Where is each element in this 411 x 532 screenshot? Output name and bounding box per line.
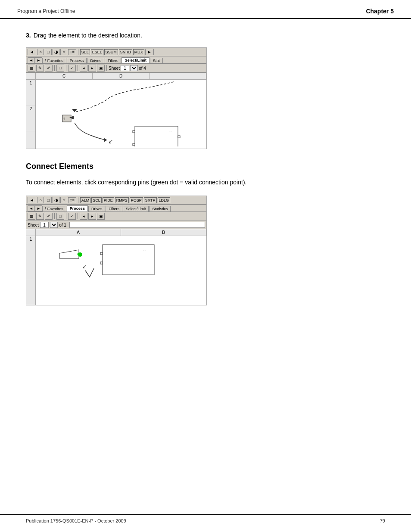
shape-btn-2-1[interactable]: ○ bbox=[37, 197, 44, 203]
svg-text:↙: ↙ bbox=[108, 138, 113, 145]
connect-elements-heading: Connect Elements bbox=[26, 162, 385, 171]
tab-favorites-2[interactable]: \ Favorites bbox=[42, 206, 66, 212]
icon-check[interactable]: ✓ bbox=[68, 65, 76, 72]
icon-arrow-left-2[interactable]: ◂ bbox=[80, 213, 87, 220]
filter-input-2[interactable] bbox=[69, 222, 205, 228]
tab-row-2: ◄ ► \ Favorites Process Drives Filters S… bbox=[26, 205, 206, 212]
tab-process-2[interactable]: Process bbox=[67, 205, 88, 212]
shape-btn-2[interactable]: □ bbox=[45, 49, 52, 55]
scl-btn[interactable]: SCL bbox=[91, 197, 102, 203]
tab-filters-2[interactable]: Filters bbox=[106, 206, 122, 212]
arrow-right-btn[interactable]: ► bbox=[145, 49, 154, 55]
svg-rect-15 bbox=[100, 252, 103, 255]
shape-btn-2-4[interactable]: ○ bbox=[60, 197, 67, 203]
shape-btn-1[interactable]: ○ bbox=[37, 49, 44, 55]
toolbar-row-2: ◄ ○ □ ◑ ○ T≡ ALM SCL PIDE RMPS POSP SRTP… bbox=[26, 196, 206, 205]
sheet-label-1: Sheet bbox=[109, 66, 120, 71]
row-header-spacer-2 bbox=[26, 229, 36, 236]
row-num-1: 1 bbox=[26, 80, 35, 106]
grid-header-2: A B bbox=[26, 229, 206, 236]
shape-btn-3[interactable]: ◑ bbox=[53, 49, 59, 55]
tab-arrow-right-2[interactable]: ► bbox=[35, 205, 42, 212]
icon-check-2[interactable]: ✓ bbox=[68, 213, 76, 220]
icon-grid-2[interactable]: ▦ bbox=[28, 213, 35, 220]
svg-marker-11 bbox=[59, 250, 79, 258]
row-num-2: 2 bbox=[26, 106, 35, 131]
ldlg-btn[interactable]: LDLG bbox=[158, 197, 171, 203]
icon-edit2-2[interactable]: ✐ bbox=[45, 213, 53, 220]
tab-arrow-left[interactable]: ◄ bbox=[28, 57, 35, 63]
sep-5 bbox=[106, 65, 107, 71]
tab-favorites[interactable]: \ Favorites bbox=[42, 58, 66, 63]
grid-body-1: 1 2 ? bbox=[26, 80, 206, 149]
tab-drives[interactable]: Drives bbox=[87, 58, 104, 63]
icon-row-1: ▦ ✎ ✐ □ ✓ ◂ ▸ ▣ Sheet ▼ of 4 bbox=[26, 64, 206, 73]
svg-text:↙: ↙ bbox=[82, 264, 87, 270]
chapter-label: Chapter 5 bbox=[366, 8, 394, 15]
pide-btn[interactable]: PIDE bbox=[103, 197, 114, 203]
sheet-input-2[interactable] bbox=[40, 222, 49, 228]
tab-process[interactable]: Process bbox=[67, 58, 87, 63]
icon-edit2[interactable]: ✐ bbox=[45, 65, 53, 72]
text-tool-btn-2[interactable]: T≡ bbox=[68, 197, 76, 203]
grid-header-1: C D bbox=[26, 73, 206, 80]
sel-btn[interactable]: SEL bbox=[80, 49, 90, 55]
snrb-btn[interactable]: SNRB bbox=[119, 49, 132, 55]
svg-text:?: ? bbox=[63, 117, 65, 121]
sheet-select-1[interactable]: ▼ bbox=[130, 65, 138, 71]
arrow-left-btn[interactable]: ◄ bbox=[28, 49, 36, 55]
icon-grid[interactable]: ▦ bbox=[28, 65, 35, 72]
sep-2-1 bbox=[78, 197, 78, 203]
page-number: 79 bbox=[380, 518, 385, 523]
row-header-spacer bbox=[26, 73, 36, 79]
tab-filters[interactable]: Filters bbox=[105, 58, 121, 63]
posp-btn[interactable]: POSP bbox=[130, 197, 143, 203]
tab-select-limit-2[interactable]: Select/Limit bbox=[123, 206, 149, 212]
tab-stat[interactable]: Stat bbox=[150, 58, 163, 63]
section-label: Program a Project Offline bbox=[17, 8, 75, 14]
tab-arrow-left-2[interactable]: ◄ bbox=[28, 205, 35, 212]
mux-btn[interactable]: MUX bbox=[133, 49, 144, 55]
icon-arrow-right-2[interactable]: ▸ bbox=[88, 213, 96, 220]
grid-canvas-2: ... ↙ bbox=[36, 236, 206, 305]
connection-dot bbox=[78, 252, 82, 257]
arrow-left-btn-2[interactable]: ◄ bbox=[28, 197, 36, 203]
icon-monitor-2[interactable]: ▣ bbox=[97, 213, 105, 220]
svg-text:...: ... bbox=[143, 248, 146, 252]
of-label-2: of 1 bbox=[59, 223, 66, 227]
shape-btn-2-3[interactable]: ◑ bbox=[53, 197, 59, 203]
sheet-select-2[interactable]: ▼ bbox=[50, 222, 58, 228]
tab-drives-2[interactable]: Drives bbox=[88, 206, 106, 212]
icon-arrow-left[interactable]: ◂ bbox=[80, 65, 87, 72]
svg-rect-8 bbox=[133, 131, 135, 133]
page-header: Program a Project Offline Chapter 5 bbox=[0, 0, 411, 19]
srtp-btn[interactable]: SRTP bbox=[144, 197, 157, 203]
col-d: D bbox=[93, 73, 149, 79]
col-extra bbox=[149, 73, 206, 79]
icon-edit1-2[interactable]: ✎ bbox=[36, 213, 44, 220]
of-label-1: of 4 bbox=[139, 66, 146, 71]
page-footer: Publication 1756-QS001E-EN-P - October 2… bbox=[0, 514, 411, 523]
icon-monitor[interactable]: ▣ bbox=[97, 65, 105, 72]
icon-doc-2[interactable]: □ bbox=[56, 213, 64, 220]
toolbar-row-1: ◄ ○ □ ◑ ○ T≡ SEL ESEL SSUM SNRB MUX ► bbox=[26, 48, 206, 56]
rmps-btn[interactable]: RMPS bbox=[115, 197, 129, 203]
icon-doc[interactable]: □ bbox=[56, 65, 64, 72]
connect-description: To connect elements, click corresponding… bbox=[26, 178, 385, 187]
tab-select-limit[interactable]: Select/Limit bbox=[121, 57, 149, 63]
row-numbers-1: 1 2 bbox=[26, 80, 36, 149]
shape-btn-4[interactable]: ○ bbox=[60, 49, 67, 55]
ssum-btn[interactable]: SSUM bbox=[104, 49, 118, 55]
icon-row-2: ▦ ✎ ✐ □ ✓ ◂ ▸ ▣ bbox=[26, 212, 206, 221]
esel-btn[interactable]: ESEL bbox=[91, 49, 103, 55]
tab-arrow-right[interactable]: ► bbox=[35, 57, 42, 63]
shape-btn-2-2[interactable]: □ bbox=[45, 197, 52, 203]
sheet-input-1[interactable] bbox=[121, 65, 129, 71]
icon-edit1[interactable]: ✎ bbox=[36, 65, 44, 72]
row-num-2-1: 1 bbox=[26, 236, 35, 279]
icon-arrow-right[interactable]: ▸ bbox=[88, 65, 96, 72]
sep-3 bbox=[66, 65, 66, 71]
text-tool-btn[interactable]: T≡ bbox=[68, 49, 76, 55]
tab-statistics-2[interactable]: Statistics bbox=[149, 206, 171, 212]
alm-btn[interactable]: ALM bbox=[80, 197, 91, 203]
